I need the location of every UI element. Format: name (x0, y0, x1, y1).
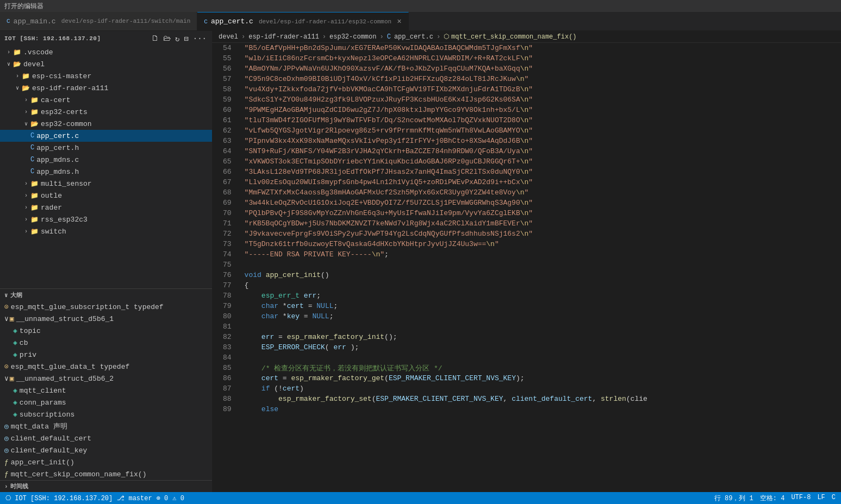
outline-item-topic[interactable]: ◈ topic (0, 325, 212, 337)
ln-57: 57 (223, 74, 232, 84)
tree-item-outle[interactable]: › 📁 outle (0, 190, 212, 201)
tree-item-rader[interactable]: › 📁 rader (0, 201, 212, 213)
token: " (528, 137, 533, 145)
tree-item-esp-csi[interactable]: › 📁 esp-csi-master (0, 70, 212, 82)
folder-icon: 📁 (30, 108, 39, 116)
token: * (278, 302, 287, 310)
token (245, 405, 261, 413)
field-icon: ◈ (13, 326, 17, 335)
field-icon: ◈ (13, 398, 17, 407)
outline-label-mqtt-client: mqtt_client (20, 387, 66, 395)
breadcrumb-file[interactable]: app_cert.c (394, 33, 433, 41)
tree-item-switch[interactable]: › 📁 switch (0, 225, 212, 237)
outline-item-app-cert-init[interactable]: ƒ app_cert_init() (0, 456, 212, 468)
code-line-62: "vLfwb5QYGSJgotVigr2Rlpoevg86z5+rv9fPrrm… (245, 125, 841, 136)
tree-item-app-mdns-c[interactable]: C app_mdns.c (0, 154, 212, 166)
outline-item-cb[interactable]: ◈ cb (0, 337, 212, 349)
token: "T5gDnzk61trfb0uzwoyET8vQaskaG4dHXcbYKbH… (245, 240, 487, 248)
outline-item-client-key[interactable]: ◎ client_default_key (0, 444, 212, 456)
tree-item-esp-idf[interactable]: ∨ 📂 esp-idf-rader-a111 (0, 82, 212, 94)
ln-73: 73 (223, 239, 232, 249)
ln-72: 72 (223, 229, 232, 239)
tree-item-app-mdns-h[interactable]: C app_mdns.h (0, 166, 212, 178)
collapse-all-icon[interactable]: ⊟ (183, 33, 189, 45)
token: char (261, 312, 278, 320)
tree-item-app-cert-h[interactable]: C app_cert.h (0, 142, 212, 154)
status-right: 行 89，列 1 空格: 4 UTF-8 LF C (714, 494, 836, 503)
code-line-56: "ABmOYNm/JPPvWNaVn6UJKhO90XazsvF/AK/fB+o… (245, 64, 841, 74)
timeline-header[interactable]: › 时间线 (0, 480, 212, 492)
code-line-87: if (!cert) (245, 383, 841, 394)
outline-item-typedef1[interactable]: ⊙ esp_mqtt_glue_subscription_t typedef (0, 301, 212, 313)
outline-item-struct1[interactable]: ∨ ▣ __unnamed_struct_d5b6_1 (0, 313, 212, 325)
breadcrumb-func[interactable]: mqtt_cert_skip_common_name_fix() (451, 33, 576, 41)
token: " (528, 158, 533, 166)
folder-icon: 📁 (30, 192, 39, 200)
tree-item-app-cert-c[interactable]: C app_cert.c (0, 130, 212, 142)
tree-label-devel: devel (23, 60, 45, 68)
token: " (528, 54, 533, 62)
outline-header[interactable]: ∨ 大纲 (0, 289, 212, 301)
outline-item-client-cert[interactable]: ◎ client_default_cert (0, 432, 212, 444)
token: ; (384, 250, 389, 259)
tree-arrow: ∨ (4, 61, 13, 67)
breadcrumb-esp32[interactable]: esp32-common (329, 33, 376, 41)
tab-close-button[interactable]: × (397, 17, 401, 26)
tree-item-multi-sensor[interactable]: › 📁 multi_sensor (0, 178, 212, 190)
token: " (528, 96, 533, 104)
code-container[interactable]: 54 55 56 57 58 59 60 61 62 63 64 65 66 6… (212, 43, 841, 492)
ln-77: 77 (223, 280, 232, 291)
outline-item-struct2[interactable]: ∨ ▣ __unnamed_struct_d5b6_2 (0, 373, 212, 385)
tree-item-devel[interactable]: ∨ 📂 devel (0, 58, 212, 70)
tab-app-cert[interactable]: C app_cert.c devel/esp-idf-rader-a111/es… (197, 12, 408, 30)
breadcrumb-c-icon: C (387, 33, 391, 41)
code-line-70: "PQlbPBvQ+jF9S8GvMpYoZZnVhGnE6q3u+MyUsIF… (245, 208, 841, 218)
breadcrumb-esp-idf[interactable]: esp-idf-rader-a111 (248, 33, 319, 41)
outline-item-priv[interactable]: ◈ priv (0, 349, 212, 361)
status-left: ⎔ IOT [SSH: 192.168.137.20] ⎇ master ⊗ 0… (5, 494, 184, 502)
token: , (592, 395, 601, 403)
code-line-64: "SNT9+RuFj/KBNFS/Y04WF2B3rVJHA2qYCkrh+Ba… (245, 146, 841, 156)
tab-app-cert-label: app_cert.c (211, 17, 253, 26)
more-actions-icon[interactable]: ··· (192, 33, 208, 45)
outline-item-mqtt-skip[interactable]: ƒ mqtt_cert_skip_common_name_fix() (0, 468, 212, 480)
code-content[interactable]: "B5/oEAfVpHH+pBn2dSpJumu/xEG7ERAeP50KvwI… (240, 43, 841, 492)
new-folder-icon[interactable]: 🗁 (162, 33, 172, 45)
breadcrumb-devel[interactable]: devel (219, 33, 238, 41)
tree-item-rss-esp32c3[interactable]: › 📁 rss_esp32c3 (0, 213, 212, 225)
ln-82: 82 (223, 332, 232, 342)
code-line-57: "C95n9C8ceDxhm09BI0BiUDjT4OxV/kCf1xPlib2… (245, 74, 841, 84)
new-file-icon[interactable]: 🗋 (150, 33, 160, 45)
tree-item-vscode[interactable]: › 📁 .vscode (0, 46, 212, 58)
token: ; (329, 312, 334, 320)
tree-label-esp32-certs: esp32-certs (41, 108, 88, 116)
code-line-60: "9PWMEgHZAoGBAMjuuqZdCID6wu2gZ7J/hpX08kt… (245, 105, 841, 115)
outline-item-subscriptions[interactable]: ◈ subscriptions (0, 408, 212, 420)
outline-title: 大纲 (10, 291, 22, 299)
token: " (528, 116, 533, 124)
outline-item-conn-params[interactable]: ◈ conn_params (0, 396, 212, 408)
typedef-icon: ⊙ (4, 362, 9, 371)
outline-item-mqtt-client[interactable]: ◈ mqtt_client (0, 385, 212, 396)
tree-arrow: › (22, 109, 30, 115)
outline-item-mqtt-data[interactable]: ◎ mqtt_data 声明 (0, 420, 212, 432)
tree-item-ca-cert[interactable]: › 📁 ca-cert (0, 94, 212, 106)
ln-56: 56 (223, 64, 232, 74)
field-icon: ◈ (13, 338, 17, 347)
tree-label-esp-csi: esp-csi-master (32, 72, 91, 80)
code-line-72: "J9vkavecveFprgFs9VOiSPy2yuFJVwPT94Yg2Ls… (245, 229, 841, 239)
code-line-67: "Llv00zEsOqu20WUIs8mypfsGnb4pw4Ln12h1Vyi… (245, 177, 841, 187)
breadcrumb-sep1: › (241, 33, 245, 41)
outline-item-typedef2[interactable]: ⊙ esp_mqtt_glue_data_t typedef (0, 361, 212, 373)
tree-item-esp32-common[interactable]: ∨ 📂 esp32-common (0, 118, 212, 130)
token: "Llv00zEsOqu20WUIs8mypfsGnb4pw4Ln12h1Vyi… (245, 178, 520, 186)
refresh-icon[interactable]: ↻ (174, 33, 180, 45)
c-file-icon: C (30, 156, 34, 163)
tree-item-esp32-certs[interactable]: › 📁 esp32-certs (0, 106, 212, 118)
folder-icon: 📁 (30, 96, 39, 104)
token: cert (287, 302, 304, 310)
code-line-58: "vu4Xdy+IZkkxfoda72jfV+bbVKMOacCA9hTCFgW… (245, 84, 841, 94)
tab-app-main[interactable]: C app_main.c devel/esp-idf-rader-a111/sw… (0, 12, 197, 30)
token: err (261, 333, 274, 341)
status-bar: ⎔ IOT [SSH: 192.168.137.20] ⎇ master ⊗ 0… (0, 492, 841, 504)
